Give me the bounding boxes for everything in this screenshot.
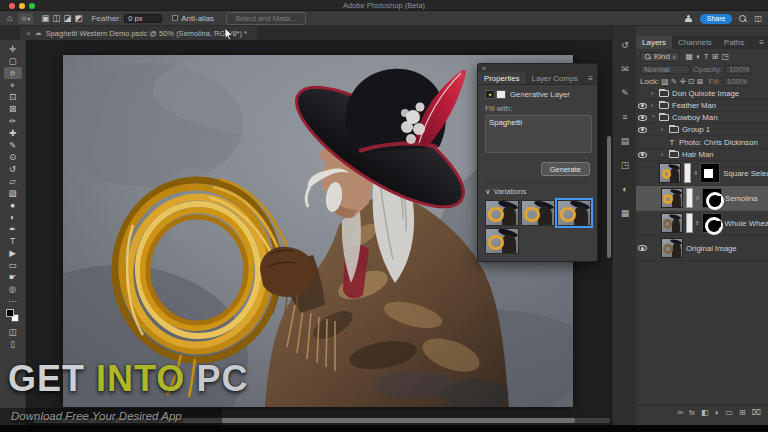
layer-row[interactable]: 8Whole Wheat	[636, 211, 768, 236]
gradient-tool[interactable]: ▨	[4, 187, 22, 199]
eye-cell[interactable]	[636, 152, 648, 158]
filter-smart-object-icon[interactable]: ◳	[721, 52, 729, 61]
blur-tool[interactable]: ●	[4, 199, 22, 211]
variation-1[interactable]	[485, 200, 519, 226]
history-brush-tool[interactable]: ↺	[4, 163, 22, 175]
expand-caret-icon[interactable]: ›	[650, 115, 657, 120]
workspace-switcher-icon[interactable]: ◫	[754, 14, 762, 23]
lock-pixels-icon[interactable]: ✎	[671, 77, 677, 86]
account-icon[interactable]	[685, 15, 693, 23]
layer-thumbnail[interactable]	[661, 188, 683, 208]
eye-cell[interactable]	[636, 245, 648, 251]
adjustments-panel-icon[interactable]: ◐	[613, 184, 637, 194]
layer-row[interactable]: TPhoto: Chris Dickinson	[636, 136, 768, 149]
variation-4[interactable]	[485, 228, 519, 254]
document-tab[interactable]: × ☁ Spaghetti Western Demo.psdc @ 50% (S…	[20, 26, 257, 40]
edit-toolbar[interactable]: ⋯	[4, 295, 22, 307]
panel-menu-icon[interactable]: ≡	[588, 72, 597, 84]
fill-value[interactable]: 100%	[723, 77, 747, 86]
collapse-panel-icon[interactable]: «	[482, 65, 486, 72]
quick-mask-button[interactable]: ◫	[4, 326, 22, 338]
properties-panel-header[interactable]: «	[478, 64, 597, 72]
lock-position-icon[interactable]: ✛	[680, 77, 686, 86]
feather-input[interactable]	[124, 14, 162, 23]
layer-row[interactable]: ›Feather Man	[636, 100, 768, 112]
layer-thumbnail[interactable]	[659, 163, 681, 183]
history-panel-icon[interactable]: ↺	[613, 40, 637, 50]
blend-mode-select[interactable]: Normal	[640, 65, 690, 74]
add-to-selection-icon[interactable]: ◫	[52, 13, 60, 23]
libraries-panel-icon[interactable]: ◳	[613, 160, 637, 170]
vertical-scrollbar-thumb[interactable]	[607, 136, 611, 258]
variation-3[interactable]	[557, 200, 591, 226]
visibility-eye-icon[interactable]	[638, 127, 647, 133]
filter-adjustment-icon[interactable]: ◐	[696, 52, 701, 61]
pen-tool[interactable]: ✒	[4, 223, 22, 235]
active-tool-preset[interactable]: ○ ▾	[18, 13, 33, 24]
expand-caret-icon[interactable]: ›	[661, 151, 666, 158]
object-selection-tool[interactable]: ⌖	[4, 79, 22, 91]
visibility-eye-icon[interactable]	[638, 115, 647, 121]
layer-mask-thumbnail[interactable]	[702, 213, 722, 233]
expand-caret-icon[interactable]: ›	[661, 126, 666, 133]
variations-header[interactable]: ∨ Variations	[485, 182, 590, 196]
layer-row[interactable]: ›Hair Man	[636, 149, 768, 161]
eye-cell[interactable]	[636, 115, 648, 121]
expand-caret-icon[interactable]: ›	[651, 102, 656, 109]
expand-caret-icon[interactable]: ›	[651, 90, 656, 97]
adjustment-layer-icon[interactable]: ◐	[715, 408, 720, 417]
intersect-selection-icon[interactable]: ◩	[74, 13, 82, 23]
visibility-eye-icon[interactable]	[638, 152, 647, 158]
lock-transparency-icon[interactable]: ▨	[661, 77, 668, 86]
layer-row[interactable]: ›Cowboy Man	[636, 112, 768, 124]
eraser-tool[interactable]: ▱	[4, 175, 22, 187]
eye-cell[interactable]	[636, 103, 648, 109]
screen-mode-button[interactable]: ▯	[4, 338, 22, 350]
shape-tool[interactable]: ▭	[4, 259, 22, 271]
layer-effects-icon[interactable]: fx	[689, 408, 695, 417]
opacity-value[interactable]: 100%	[725, 65, 751, 74]
eye-cell[interactable]	[636, 127, 648, 133]
filter-type-icon[interactable]: T	[704, 52, 709, 61]
comments-panel-icon[interactable]: ✉	[613, 64, 637, 74]
foreground-color-swatch[interactable]	[6, 309, 14, 317]
close-tab-icon[interactable]: ×	[26, 29, 31, 38]
lock-all-icon[interactable]: ⊠	[697, 77, 703, 86]
frame-tool[interactable]: ⊠	[4, 103, 22, 115]
anti-alias-checkbox[interactable]	[172, 15, 178, 21]
move-tool[interactable]: ✛	[4, 43, 22, 55]
tab-layer-comps[interactable]: Layer Comps	[526, 72, 584, 84]
patterns-panel-icon[interactable]: ▦	[613, 208, 637, 218]
layer-row[interactable]: ›Group 1	[636, 124, 768, 136]
visibility-eye-icon[interactable]	[638, 103, 647, 109]
prompt-input[interactable]: Spaghetti	[485, 115, 592, 153]
tab-channels[interactable]: Channels	[672, 36, 718, 49]
layer-row[interactable]: 8Semolina	[636, 186, 768, 211]
dodge-tool[interactable]: ◐	[4, 211, 22, 223]
brush-tool[interactable]: ✎	[4, 139, 22, 151]
layer-row[interactable]: ›Don Quixote Image	[636, 88, 768, 100]
panel-menu-icon[interactable]: ≡	[759, 36, 768, 49]
share-button[interactable]: Share	[700, 14, 733, 24]
generate-button[interactable]: Generate	[541, 162, 590, 176]
layer-mask-thumbnail[interactable]	[702, 188, 722, 208]
filter-image-icon[interactable]: ▦	[685, 52, 693, 61]
lasso-tool[interactable]: ○	[4, 67, 22, 79]
tab-paths[interactable]: Paths	[718, 36, 750, 49]
layer-thumbnail[interactable]	[661, 238, 683, 258]
layer-row[interactable]: Original Image	[636, 236, 768, 261]
tab-properties[interactable]: Properties	[478, 72, 526, 84]
add-mask-icon[interactable]: ◧	[701, 408, 709, 417]
marquee-tool[interactable]: ▢	[4, 55, 22, 67]
brush-settings-panel-icon[interactable]: ✎	[613, 88, 637, 98]
healing-brush-tool[interactable]: ✚	[4, 127, 22, 139]
eyedropper-tool[interactable]: ✑	[4, 115, 22, 127]
subtract-from-selection-icon[interactable]: ◪	[63, 13, 71, 23]
search-icon[interactable]	[739, 15, 747, 23]
crop-tool[interactable]: ⊡	[4, 91, 22, 103]
hand-tool[interactable]: ☛	[4, 271, 22, 283]
variation-2[interactable]	[521, 200, 555, 226]
lock-artboard-icon[interactable]: ⊡	[688, 77, 694, 86]
clone-stamp-tool[interactable]: ⊙	[4, 151, 22, 163]
layer-mask-thumbnail[interactable]	[700, 163, 720, 183]
